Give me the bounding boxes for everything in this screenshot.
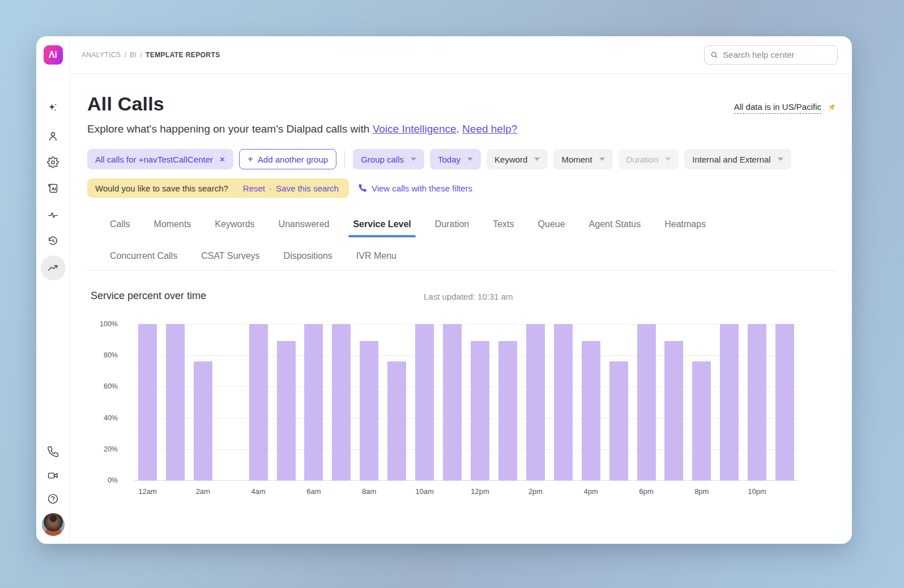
bar-6pm[interactable] xyxy=(637,324,656,480)
tab-queue[interactable]: Queue xyxy=(538,219,565,237)
bar-11pm[interactable] xyxy=(775,324,794,480)
breadcrumb-bi[interactable]: BI xyxy=(130,51,137,59)
tab-agent-status[interactable]: Agent Status xyxy=(589,219,641,237)
group-filter-label: All calls for +navTestCallCenter xyxy=(95,155,213,164)
breadcrumb-analytics[interactable]: ANALYTICS xyxy=(82,51,121,59)
bar-slot-7am xyxy=(327,324,355,480)
content-area: All Calls All data is in US/Pacific Expl… xyxy=(70,74,852,544)
dialpad-ai-logo[interactable]: Λi xyxy=(44,45,63,65)
bar-5pm[interactable] xyxy=(609,361,628,480)
dropdown-label: Group calls xyxy=(361,155,404,164)
filter-dropdown-internal-and-external[interactable]: Internal and External xyxy=(684,149,791,169)
ai-sparkle-icon[interactable] xyxy=(46,101,60,114)
save-search-link[interactable]: Save this search xyxy=(276,184,339,193)
bar-9am[interactable] xyxy=(387,361,406,480)
breadcrumb-separator: / xyxy=(124,51,126,59)
chevron-down-icon xyxy=(411,157,416,161)
bar-11am[interactable] xyxy=(443,324,462,480)
bar-10pm[interactable] xyxy=(748,324,766,480)
tab-moments[interactable]: Moments xyxy=(154,219,191,237)
contacts-icon[interactable] xyxy=(46,129,60,143)
bar-4am[interactable] xyxy=(249,324,268,480)
bar-5am[interactable] xyxy=(277,341,296,480)
bar-6am[interactable] xyxy=(304,324,323,480)
filter-dropdown-group-calls[interactable]: Group calls xyxy=(353,149,424,169)
bar-2am[interactable] xyxy=(194,361,212,480)
history-icon[interactable] xyxy=(46,234,60,248)
phone-small-icon xyxy=(358,184,367,193)
tab-label: Unanswered xyxy=(279,219,330,229)
settings-gear-icon[interactable] xyxy=(46,155,60,169)
bar-1am[interactable] xyxy=(166,324,185,480)
activity-pulse-icon[interactable] xyxy=(46,208,60,221)
subtitle-text: Explore what's happening on your team's … xyxy=(87,123,373,135)
help-icon[interactable] xyxy=(46,492,60,505)
dropdown-label: Moment xyxy=(561,155,592,164)
tab-texts[interactable]: Texts xyxy=(493,219,514,237)
tab-label: Concurrent Calls xyxy=(110,251,177,261)
user-avatar[interactable] xyxy=(42,513,65,536)
bar-slot-10pm xyxy=(743,324,771,480)
tab-unanswered[interactable]: Unanswered xyxy=(279,219,330,237)
help-search-box[interactable] xyxy=(704,45,838,65)
gridline xyxy=(134,480,799,481)
breadcrumb: ANALYTICS / BI / TEMPLATE REPORTS xyxy=(82,51,220,59)
bar-10am[interactable] xyxy=(415,324,434,480)
tab-ivr-menu[interactable]: IVR Menu xyxy=(356,251,396,269)
tab-dispositions[interactable]: Dispositions xyxy=(284,251,332,269)
add-group-button[interactable]: + Add another group xyxy=(239,149,336,169)
x-tick-label: 8am xyxy=(362,487,376,496)
pin-icon[interactable] xyxy=(826,103,837,113)
voice-intelligence-link[interactable]: Voice Intelligence xyxy=(373,123,457,135)
bar-slot-1pm xyxy=(494,324,522,480)
bar-12am[interactable] xyxy=(138,324,157,480)
filter-dropdown-moment[interactable]: Moment xyxy=(553,149,612,169)
bar-3pm[interactable] xyxy=(554,324,573,480)
remove-group-icon[interactable]: ✕ xyxy=(219,155,225,164)
bar-7am[interactable] xyxy=(332,324,351,480)
x-tick-label: 4am xyxy=(251,487,265,496)
filter-dropdown-keyword[interactable]: Keyword xyxy=(487,149,548,169)
tab-duration[interactable]: Duration xyxy=(435,219,469,237)
reset-link[interactable]: Reset xyxy=(243,184,265,193)
filter-dropdowns: Group callsTodayKeywordMomentDurationInt… xyxy=(353,149,791,169)
analytics-trend-icon[interactable] xyxy=(41,255,66,280)
filter-dropdown-today[interactable]: Today xyxy=(430,149,481,169)
bar-4pm[interactable] xyxy=(582,341,600,480)
need-help-link[interactable]: Need help? xyxy=(462,123,517,135)
search-input[interactable] xyxy=(723,50,831,59)
tab-concurrent-calls[interactable]: Concurrent Calls xyxy=(110,251,177,269)
timezone-note[interactable]: All data is in US/Pacific xyxy=(734,102,821,114)
bar-7pm[interactable] xyxy=(664,341,683,480)
ai-transcripts-icon[interactable] xyxy=(46,181,60,195)
bar-1pm[interactable] xyxy=(498,341,517,480)
bar-12pm[interactable] xyxy=(471,341,489,480)
chevron-down-icon xyxy=(534,157,540,161)
phone-icon[interactable] xyxy=(46,445,60,458)
y-tick-label: 40% xyxy=(104,414,118,422)
tab-keywords[interactable]: Keywords xyxy=(215,219,254,237)
tab-calls[interactable]: Calls xyxy=(110,219,130,237)
search-icon xyxy=(710,50,718,59)
video-icon[interactable] xyxy=(46,468,60,482)
view-calls-label: View calls with these filters xyxy=(372,184,472,193)
add-group-label: Add another group xyxy=(258,155,328,164)
bar-8pm[interactable] xyxy=(692,361,711,480)
bar-2pm[interactable] xyxy=(526,324,545,480)
breadcrumb-template-reports: TEMPLATE REPORTS xyxy=(146,51,220,59)
breadcrumb-separator: / xyxy=(140,51,142,59)
plus-icon: + xyxy=(248,154,253,165)
tab-heatmaps[interactable]: Heatmaps xyxy=(664,219,706,237)
tabs-divider xyxy=(87,270,837,271)
group-filter-chip[interactable]: All calls for +navTestCallCenter ✕ xyxy=(87,149,233,169)
view-calls-link[interactable]: View calls with these filters xyxy=(358,184,472,193)
tab-service-level[interactable]: Service Level xyxy=(353,219,411,237)
tab-label: Duration xyxy=(435,219,469,229)
bar-slot-3pm xyxy=(549,324,577,480)
tab-label: Agent Status xyxy=(589,219,641,229)
bar-9pm[interactable] xyxy=(720,324,739,480)
x-tick-label: 8pm xyxy=(694,487,709,496)
tab-csat-surveys[interactable]: CSAT Surveys xyxy=(201,251,259,269)
bar-8am[interactable] xyxy=(360,341,378,480)
y-tick-label: 100% xyxy=(100,320,118,328)
